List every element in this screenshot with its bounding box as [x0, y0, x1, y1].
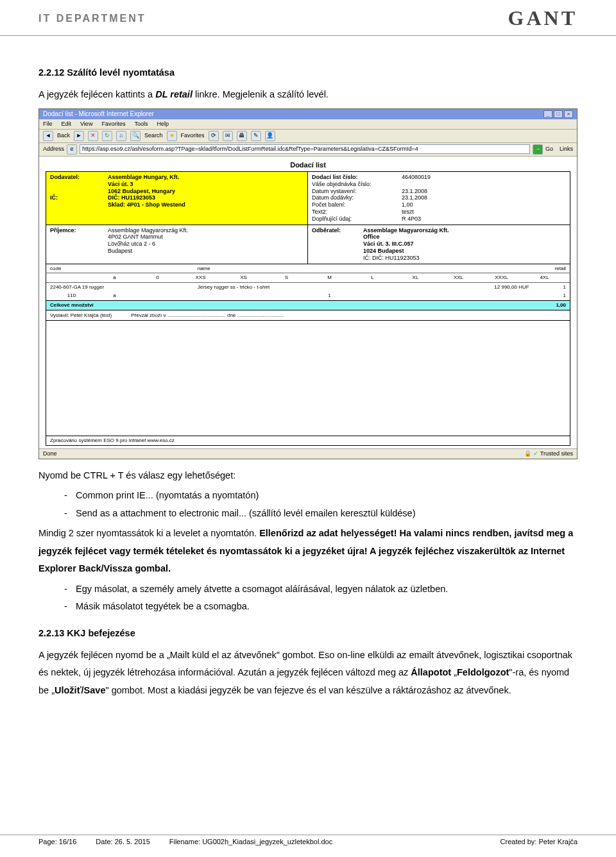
file-lbl: Filename: — [169, 838, 202, 845]
kkj-p2c: „ — [451, 667, 457, 677]
s-110: 110 — [50, 293, 93, 299]
favorites-label[interactable]: Favorites — [181, 132, 205, 139]
th2-xl: XL — [394, 275, 437, 281]
li-copy-package: Másik másolatot tegyétek be a csomagba. — [64, 598, 578, 616]
li-copy-store: Egy másolat, a személy amely átvette a c… — [64, 581, 578, 598]
page-val: 16/16 — [59, 838, 77, 845]
ic-label: IČ: — [50, 194, 108, 201]
datvy-label: Datum vystavení: — [312, 188, 402, 195]
go-label[interactable]: Go — [545, 146, 553, 153]
minimize-icon[interactable]: _ — [543, 110, 552, 118]
customer-l2: Office — [363, 233, 380, 241]
stop-icon[interactable]: ✕ — [88, 131, 98, 141]
date-val: 26. 5. 2015 — [115, 838, 150, 845]
th-code: code — [50, 266, 198, 272]
text2-val: teszt — [402, 208, 414, 216]
menu-edit[interactable]: Edit — [62, 121, 72, 128]
doc-title: Dodací list — [46, 159, 570, 171]
th2-s: S — [265, 275, 308, 281]
table-head-1: code name retail — [46, 264, 570, 274]
table-row-product: 2240-607-GA 19 rugger Jersey rugger ss -… — [46, 283, 570, 292]
print-icon[interactable]: 🖶 — [237, 131, 247, 141]
signature-row: Vystavil: Peter Krajča (test) Převzal zb… — [46, 310, 570, 321]
logo-text: GANT — [508, 6, 578, 30]
content-area: 2.2.12 Szálító levél nyomtatása A jegyzé… — [0, 36, 616, 699]
table-row-total: Celkové množství 1,00 — [46, 300, 570, 310]
th-name: name — [198, 266, 419, 272]
customer-l4: 1024 Budapest — [363, 248, 404, 255]
supplier-block: Dodavatel:Assemblage Hungary, Kft. Váci … — [46, 172, 308, 225]
history-icon[interactable]: ⟳ — [209, 131, 219, 141]
intro-a: A jegyzék fejlécen kattints a — [38, 89, 155, 99]
s-tot: 1 — [523, 293, 566, 299]
links-label[interactable]: Links — [560, 146, 573, 153]
back-label[interactable]: Back — [57, 132, 70, 139]
ie-toolbar: ◄ Back ► ✕ ↻ ⌂ 🔍 Search ★ Favorites ⟳ ✉ … — [39, 130, 577, 143]
dodavatel-label: Dodavatel: — [50, 174, 108, 181]
menu-help[interactable]: Help — [157, 121, 169, 128]
s-m: 1 — [308, 293, 351, 299]
total-label: Celkové množství — [50, 302, 492, 309]
datdod-val: 23.1.2008 — [402, 194, 427, 201]
customer-block: Odběratel:Assemblage Magyarország Kft. O… — [308, 225, 570, 264]
ie-titlebar: Dodací list - Microsoft Internet Explore… — [39, 109, 577, 119]
search-label[interactable]: Search — [144, 132, 163, 139]
intro-c: linkre. Megjelenik a szálító levél. — [193, 89, 329, 99]
edit-icon[interactable]: ✎ — [251, 131, 261, 141]
maximize-icon[interactable]: □ — [554, 110, 563, 118]
recipient-l1: Assemblage Magyarország Kft. — [108, 227, 304, 234]
odb-label: Odběratel: — [312, 227, 363, 234]
creator-lbl: Created by: — [501, 838, 539, 845]
date-lbl: Date: — [96, 838, 114, 845]
menu-view[interactable]: View — [80, 121, 92, 128]
mail-icon[interactable]: ✉ — [223, 131, 233, 141]
back-icon[interactable]: ◄ — [43, 131, 53, 141]
menu-favorites[interactable]: Favorites — [101, 121, 125, 128]
status-done: Done — [43, 450, 57, 457]
go-icon[interactable]: → — [533, 144, 543, 155]
refresh-icon[interactable]: ↻ — [102, 131, 112, 141]
zone-icon: ✓ — [533, 450, 538, 457]
menu-tools[interactable]: Tools — [134, 121, 148, 128]
cislo-val: 464080019 — [402, 174, 431, 181]
pocet-val: 1,00 — [402, 201, 413, 208]
vystavil: Vystavil: Peter Krajča (test) — [50, 312, 112, 319]
doc-footer-note: Zpracováno systémem ESO 9.pro intranet w… — [46, 436, 570, 446]
favorites-icon[interactable]: ★ — [167, 131, 177, 141]
home-icon[interactable]: ⌂ — [116, 131, 126, 141]
prevzal: Převzal zboží v ........................… — [131, 312, 284, 319]
address-input[interactable]: https://asp.eso9.cz/ash/esoform.asp?TPag… — [80, 144, 530, 154]
recipient-row: Příjemce:Assemblage Magyarország Kft. 4P… — [46, 225, 570, 264]
search-icon[interactable]: 🔍 — [130, 131, 141, 141]
creator-val: Peter Krajča — [538, 838, 578, 845]
file-val: UG002h_Kiadasi_jegyzek_uzletekbol.doc — [202, 838, 332, 845]
th-retail: retail — [418, 266, 566, 272]
ie-window-title: Dodací list - Microsoft Internet Explore… — [43, 110, 154, 118]
customer-l1: Assemblage Magyarország Kft. — [363, 227, 449, 234]
ie-addressbar: Address e https://asp.eso9.cz/ash/esofor… — [39, 143, 577, 157]
th2-xxl: XXL — [437, 275, 480, 281]
li-common-print: Common print IE... (nyomtatás a nyomtató… — [64, 487, 578, 505]
supplier-street: Váci út. 3 — [108, 181, 304, 188]
th2-4xl: 4XL — [523, 275, 566, 281]
kkj-p2g: " gombot. Most a kiadási jegyzék be van … — [105, 685, 511, 695]
table-head-2: a 0 XXS XS S M L XL XXL XXXL 4XL — [46, 273, 570, 283]
menu-file[interactable]: File — [43, 121, 53, 128]
page-icon: e — [67, 144, 77, 155]
text2-label: Text2: — [312, 208, 402, 216]
th2-m: M — [308, 275, 351, 281]
recipient-l3: Lövőház utca 2 - 6 — [108, 241, 304, 248]
pocet-label: Počet balení: — [312, 201, 402, 208]
supplier-sklad: Sklad: 4P01 - Shop Westend — [108, 201, 304, 208]
th2-l: L — [351, 275, 394, 281]
forward-icon[interactable]: ► — [74, 131, 84, 141]
messenger-icon[interactable]: 👤 — [265, 131, 275, 141]
document-viewport: Dodací list Dodavatel:Assemblage Hungary… — [39, 157, 577, 448]
obj-label: Váše objednávka číslo: — [312, 181, 402, 188]
close-icon[interactable]: × — [564, 110, 573, 118]
li-send-attachment: Send as a attachment to electronic mail.… — [64, 505, 578, 523]
option-list: Common print IE... (nyomtatás a nyomtató… — [38, 487, 578, 522]
total-val: 1,00 — [492, 302, 566, 309]
department-label: IT DEPARTMENT — [38, 13, 146, 24]
cislo-label: Dodací list číslo: — [312, 174, 402, 181]
